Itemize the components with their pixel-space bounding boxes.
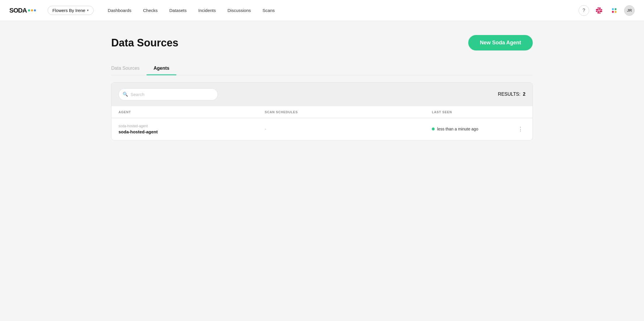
agent-name-cell: soda-hosted-agent soda-hosted-agent: [112, 118, 258, 140]
col-last-seen: LAST SEEN: [425, 106, 509, 118]
more-options-button[interactable]: ⋮: [516, 125, 525, 133]
nav-right: ? JR: [579, 5, 635, 16]
status-online-dot: [432, 128, 435, 130]
logo-dots: [28, 9, 36, 11]
logo: SODA: [9, 7, 36, 14]
nav-links: Dashboards Checks Datasets Incidents Dis…: [103, 6, 569, 15]
results-count-label: RESULTS: 2: [498, 92, 525, 97]
agent-name-label: soda-hosted-agent: [119, 124, 251, 128]
actions-cell: ⋮: [509, 118, 532, 140]
svg-rect-3: [615, 11, 617, 13]
org-name: Flowers By Irene: [53, 8, 86, 13]
slack-icon-button[interactable]: [594, 5, 604, 16]
nav-link-discussions[interactable]: Discussions: [223, 6, 255, 15]
table-toolbar: 🔍 RESULTS: 2: [112, 83, 532, 106]
svg-rect-2: [612, 11, 614, 13]
svg-rect-0: [612, 8, 614, 10]
search-icon: 🔍: [123, 92, 128, 97]
question-icon: ?: [583, 8, 585, 13]
col-scan-schedules: SCAN SCHEDULES: [258, 106, 425, 118]
logo-dot-green: [28, 9, 30, 11]
page-header: Data Sources New Soda Agent: [111, 35, 533, 50]
results-count: 2: [523, 92, 525, 97]
agents-table: AGENT SCAN SCHEDULES LAST SEEN soda-host…: [112, 106, 532, 140]
scan-schedules-value: -: [265, 126, 266, 131]
tabs: Data Sources Agents: [111, 62, 533, 75]
nav-link-checks[interactable]: Checks: [138, 6, 162, 15]
org-selector[interactable]: Flowers By Irene ▾: [48, 6, 94, 15]
logo-text: SODA: [9, 7, 27, 14]
page-title: Data Sources: [111, 37, 178, 49]
main-content: Data Sources New Soda Agent Data Sources…: [97, 21, 547, 140]
user-avatar[interactable]: JR: [624, 5, 635, 16]
svg-rect-1: [615, 8, 617, 10]
nav-link-dashboards[interactable]: Dashboards: [103, 6, 136, 15]
nav-link-scans[interactable]: Scans: [258, 6, 279, 15]
chevron-down-icon: ▾: [87, 8, 89, 12]
last-seen-wrapper: less than a minute ago: [432, 127, 502, 131]
scan-schedules-cell: -: [258, 118, 425, 140]
last-seen-text: less than a minute ago: [437, 127, 478, 131]
table-header-row: AGENT SCAN SCHEDULES LAST SEEN: [112, 106, 532, 118]
avatar-initials: JR: [627, 8, 632, 13]
slack-icon: [596, 7, 602, 14]
new-soda-agent-button[interactable]: New Soda Agent: [468, 35, 533, 50]
nav-link-datasets[interactable]: Datasets: [165, 6, 191, 15]
nav-link-incidents[interactable]: Incidents: [194, 6, 220, 15]
logo-dot-blue: [34, 9, 36, 11]
table-row: soda-hosted-agent soda-hosted-agent - le…: [112, 118, 532, 140]
results-label-text: RESULTS:: [498, 92, 521, 97]
col-agent: AGENT: [112, 106, 258, 118]
navbar: SODA Flowers By Irene ▾ Dashboards Check…: [0, 0, 644, 21]
slack-button[interactable]: [609, 5, 619, 16]
tab-agents[interactable]: Agents: [147, 62, 176, 75]
search-wrap: 🔍: [119, 88, 218, 100]
col-actions: [509, 106, 532, 118]
logo-dot-orange: [31, 9, 33, 11]
agent-name-value: soda-hosted-agent: [119, 129, 251, 134]
table-body: soda-hosted-agent soda-hosted-agent - le…: [112, 118, 532, 140]
slack-icon-svg: [611, 7, 617, 14]
help-button[interactable]: ?: [579, 5, 589, 16]
tab-data-sources[interactable]: Data Sources: [111, 62, 147, 75]
table-header: AGENT SCAN SCHEDULES LAST SEEN: [112, 106, 532, 118]
agents-table-container: 🔍 RESULTS: 2 AGENT SCAN SCHEDULES LAST S…: [111, 82, 533, 140]
search-input[interactable]: [119, 88, 218, 100]
last-seen-cell: less than a minute ago: [425, 118, 509, 140]
